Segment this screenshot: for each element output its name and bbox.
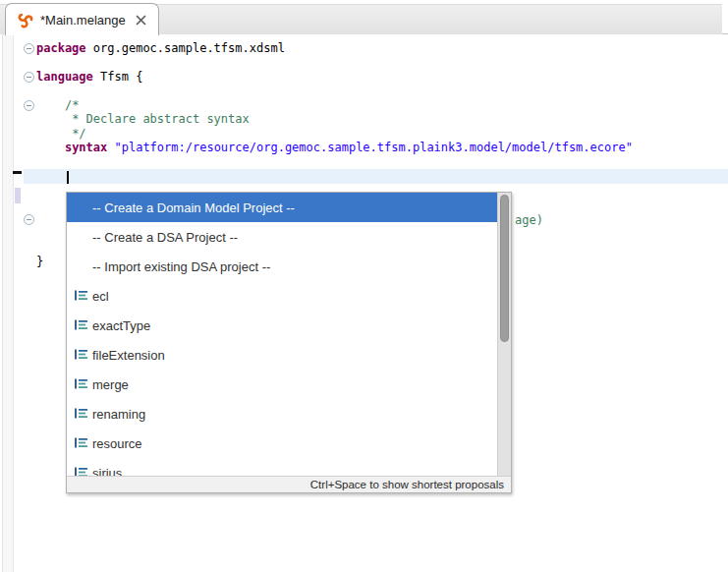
proposal-label: -- Create a Domain Model Project -- [92, 200, 295, 215]
proposal-item[interactable]: -- Import existing DSA project -- [67, 252, 498, 281]
proposal-item[interactable]: exactType [67, 311, 498, 340]
fold-collapse-icon[interactable] [24, 72, 34, 83]
keyword-proposal-icon [74, 407, 88, 420]
proposal-item[interactable]: fileExtension [67, 340, 498, 370]
keyword-proposal-icon [74, 466, 88, 476]
code-line [36, 169, 633, 184]
proposal-label: -- Create a DSA Project -- [92, 230, 238, 245]
code-line [36, 155, 633, 170]
keyword-proposal-icon [74, 377, 88, 390]
annotation-ruler [2, 34, 14, 572]
proposal-label: sirius [92, 466, 122, 477]
code-line: /* [36, 98, 633, 113]
obscured-code-tail: age) [515, 213, 543, 228]
keyword-proposal-icon [74, 436, 88, 449]
proposal-item[interactable]: renaming [67, 399, 498, 429]
code-editor[interactable]: package org.gemoc.sample.tfsm.xdsmllangu… [0, 34, 728, 572]
proposal-item[interactable]: merge [67, 370, 498, 399]
code-line [36, 84, 633, 98]
proposal-label: ecl [92, 289, 109, 304]
keyword-proposal-icon [74, 318, 88, 331]
proposal-label: resource [92, 436, 142, 451]
fold-collapse-icon[interactable] [24, 43, 34, 54]
quick-diff-change-bar [15, 188, 21, 203]
proposal-label: -- Import existing DSA project -- [92, 259, 270, 274]
eclipse-editor-window: *Main.melange package org.gemoc.sample.t… [0, 0, 728, 572]
proposal-label: fileExtension [92, 348, 165, 363]
code-line: package org.gemoc.sample.tfsm.xdsml [36, 41, 633, 56]
popup-status-bar: Ctrl+Space to show shortest proposals [67, 476, 511, 492]
proposal-label: renaming [92, 407, 145, 422]
tab-title: *Main.melange [40, 13, 126, 28]
code-line: syntax "platform:/resource/org.gemoc.sam… [36, 141, 633, 155]
code-line: */ [36, 127, 633, 142]
editor-tab-bar: *Main.melange [0, 0, 728, 34]
proposal-list: -- Create a Domain Model Project ---- Cr… [67, 193, 511, 476]
proposal-item[interactable]: -- Create a DSA Project -- [67, 222, 498, 252]
fold-collapse-icon[interactable] [24, 214, 34, 225]
proposal-item[interactable]: resource [67, 429, 498, 458]
melange-file-icon [17, 12, 33, 29]
proposal-item[interactable]: ecl [67, 281, 498, 311]
proposal-label: exactType [92, 318, 150, 333]
code-line [36, 55, 633, 70]
popup-scrollbar-thumb[interactable] [500, 195, 509, 342]
tab-main-melange[interactable]: *Main.melange [5, 3, 159, 35]
fold-collapse-icon[interactable] [24, 100, 34, 111]
range-indicator-dash [13, 171, 22, 174]
content-assist-popup: -- Create a Domain Model Project ---- Cr… [66, 192, 512, 493]
keyword-proposal-icon [74, 348, 88, 361]
proposal-item[interactable]: -- Create a Domain Model Project -- [67, 193, 498, 222]
code-line: * Declare abstract syntax [36, 112, 633, 127]
popup-status-text: Ctrl+Space to show shortest proposals [310, 479, 504, 490]
proposal-item[interactable]: sirius [67, 458, 498, 476]
keyword-proposal-icon [74, 289, 88, 302]
tab-close-icon[interactable] [135, 14, 147, 27]
popup-scrollbar[interactable] [497, 193, 511, 476]
proposal-label: merge [92, 377, 129, 392]
code-line: language Tfsm { [36, 70, 633, 85]
